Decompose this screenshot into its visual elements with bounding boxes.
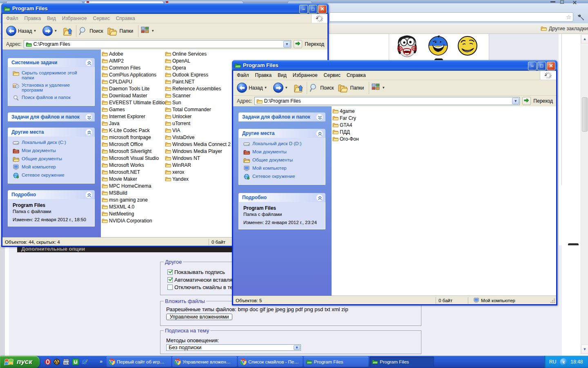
svg-text:321: 321 [64,361,69,365]
